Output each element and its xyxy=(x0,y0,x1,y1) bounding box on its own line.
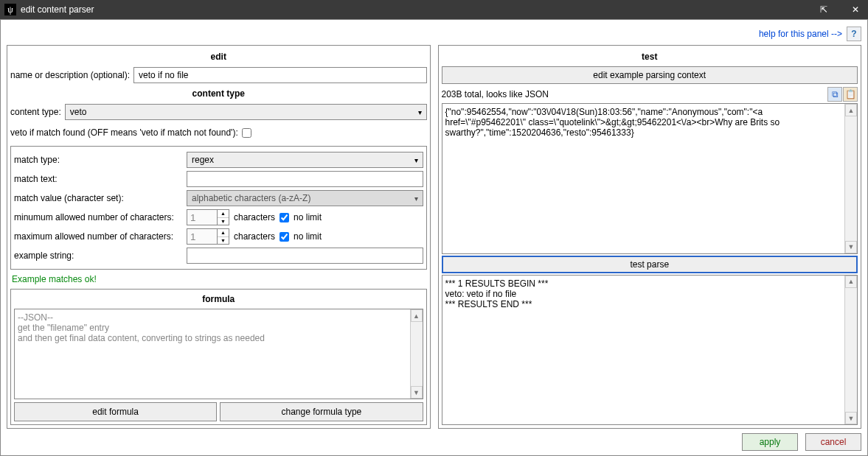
max-chars-stepper[interactable]: ▲▼ xyxy=(187,228,229,245)
scroll-down-icon[interactable]: ▼ xyxy=(845,241,857,253)
formula-heading: formula xyxy=(13,291,425,307)
apply-button[interactable]: apply xyxy=(742,433,798,451)
pin-button[interactable]: ⇱ xyxy=(818,0,843,19)
name-label: name or description (optional): xyxy=(10,70,130,80)
app-icon xyxy=(4,4,16,15)
stepper-up-icon[interactable]: ▲ xyxy=(218,210,229,218)
match-text-input[interactable] xyxy=(187,171,423,187)
match-settings-group: match type: regex ▾ match text: match va… xyxy=(10,146,427,270)
sample-json-area[interactable]: {"no":95462554,"now":"03\/04\/18(Sun)18:… xyxy=(442,103,858,254)
stepper-down-icon[interactable]: ▼ xyxy=(218,218,229,225)
min-chars-label: minumum allowed number of characters: xyxy=(14,212,184,222)
chevron-down-icon: ▾ xyxy=(414,194,418,203)
test-parse-button[interactable]: test parse xyxy=(442,256,858,273)
min-no-limit-checkbox[interactable] xyxy=(280,213,289,222)
edit-heading: edit xyxy=(10,49,427,65)
content-type-label: content type: xyxy=(10,107,61,117)
result-line: *** RESULTS END *** xyxy=(445,299,843,309)
test-heading: test xyxy=(442,49,858,65)
match-value-label: match value (character set): xyxy=(14,193,184,203)
scroll-up-icon[interactable]: ▲ xyxy=(845,276,857,288)
scrollbar[interactable]: ▲ ▼ xyxy=(410,309,423,399)
sample-status-text: 203B total, looks like JSON xyxy=(442,89,549,99)
content-type-value: veto xyxy=(70,107,87,117)
formula-group: formula --JSON-- get the "filename" entr… xyxy=(10,289,427,425)
help-link[interactable]: help for this panel --> xyxy=(759,29,842,39)
characters-unit: characters xyxy=(234,231,275,242)
scroll-down-icon[interactable]: ▼ xyxy=(411,386,423,399)
match-value-value: alphabetic characters (a-zA-Z) xyxy=(192,193,310,203)
chevron-down-icon: ▾ xyxy=(414,156,418,164)
edit-example-context-button[interactable]: edit example parsing context xyxy=(442,66,858,84)
no-limit-label: no limit xyxy=(294,212,322,222)
veto-checkbox[interactable] xyxy=(242,128,251,138)
help-icon[interactable]: ? xyxy=(847,27,861,41)
characters-unit: characters xyxy=(234,212,275,222)
no-limit-label: no limit xyxy=(294,231,322,242)
min-chars-stepper[interactable]: ▲▼ xyxy=(187,209,229,225)
scrollbar[interactable]: ▲ ▼ xyxy=(844,104,857,253)
formula-editor[interactable]: --JSON-- get the "filename" entry and th… xyxy=(14,309,423,399)
window-title: edit content parser xyxy=(21,4,94,15)
formula-line: --JSON-- xyxy=(18,312,420,323)
formula-line: get the "filename" entry xyxy=(18,323,420,333)
match-text-label: match text: xyxy=(14,174,184,184)
copy-icon[interactable]: ⧉ xyxy=(827,87,842,102)
scroll-down-icon[interactable]: ▼ xyxy=(845,412,857,424)
cancel-button[interactable]: cancel xyxy=(805,433,861,451)
veto-label: veto if match found (OFF means 'veto if … xyxy=(10,127,238,138)
name-input[interactable] xyxy=(133,67,426,83)
stepper-up-icon[interactable]: ▲ xyxy=(218,229,229,237)
scroll-up-icon[interactable]: ▲ xyxy=(411,309,423,322)
titlebar: edit content parser ⇱ ✕ xyxy=(0,0,868,19)
match-type-label: match type: xyxy=(14,155,184,165)
results-area[interactable]: *** 1 RESULTS BEGIN *** veto: veto if no… xyxy=(442,275,858,426)
formula-line: and then get final data content, convert… xyxy=(18,333,420,343)
match-type-value: regex xyxy=(192,155,214,165)
paste-icon[interactable]: 📋 xyxy=(843,87,858,102)
example-string-label: example string: xyxy=(14,250,184,261)
test-panel: test edit example parsing context 203B t… xyxy=(438,45,862,429)
sample-json-text: {"no":95462554,"now":"03\/04\/18(Sun)18:… xyxy=(445,107,780,138)
edit-formula-button[interactable]: edit formula xyxy=(14,402,217,421)
chevron-down-icon: ▾ xyxy=(418,108,422,116)
scrollbar[interactable]: ▲ ▼ xyxy=(844,276,857,425)
stepper-down-icon[interactable]: ▼ xyxy=(218,237,229,245)
close-window-button[interactable]: ✕ xyxy=(843,0,868,19)
edit-panel: edit name or description (optional): con… xyxy=(7,45,431,429)
result-line: veto: veto if no file xyxy=(445,289,843,299)
example-ok-message: Example matches ok! xyxy=(10,273,427,286)
min-chars-value xyxy=(187,209,218,225)
example-string-input[interactable] xyxy=(187,248,423,264)
match-value-select: alphabetic characters (a-zA-Z) ▾ xyxy=(187,190,423,206)
max-chars-value xyxy=(187,228,218,245)
match-type-select[interactable]: regex ▾ xyxy=(187,152,423,168)
result-line: *** 1 RESULTS BEGIN *** xyxy=(445,278,843,289)
max-no-limit-checkbox[interactable] xyxy=(280,232,289,242)
change-formula-type-button[interactable]: change formula type xyxy=(220,402,423,421)
scroll-up-icon[interactable]: ▲ xyxy=(845,104,857,116)
max-chars-label: maximum allowed number of characters: xyxy=(14,231,184,242)
content-type-select[interactable]: veto ▾ xyxy=(65,104,427,120)
content-type-heading: content type xyxy=(10,85,427,102)
